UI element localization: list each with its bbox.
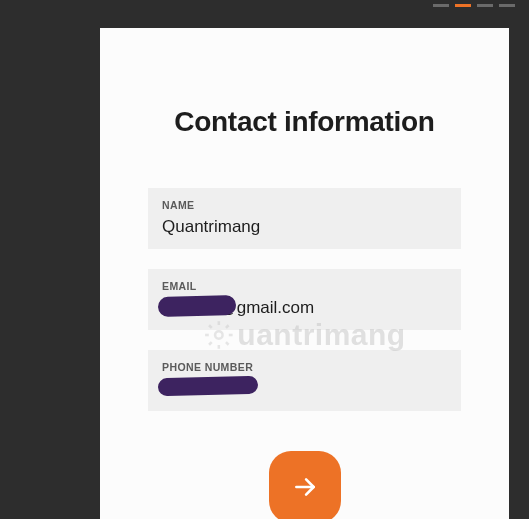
redaction-mark: [158, 376, 258, 397]
phone-field-wrapper[interactable]: PHONE NUMBER xxxxxxxx: [148, 350, 461, 411]
contact-card: Contact information NAME EMAIL xxxxxx4@g…: [100, 28, 509, 519]
contact-form: NAME EMAIL xxxxxx4@gmail.com PHONE NUMBE…: [148, 188, 461, 411]
email-label: EMAIL: [162, 280, 447, 292]
next-button[interactable]: [269, 451, 341, 519]
progress-step-1: [433, 4, 449, 7]
name-field-wrapper[interactable]: NAME: [148, 188, 461, 249]
progress-step-2: [455, 4, 471, 7]
email-input-display[interactable]: xxxxxx4@gmail.com: [162, 298, 447, 318]
progress-step-4: [499, 4, 515, 7]
phone-label: PHONE NUMBER: [162, 361, 447, 373]
progress-indicator: [433, 4, 515, 7]
progress-step-3: [477, 4, 493, 7]
arrow-right-icon: [292, 474, 318, 500]
page-title: Contact information: [148, 106, 461, 138]
redaction-mark: [158, 295, 236, 317]
name-input[interactable]: [162, 217, 447, 237]
email-field-wrapper[interactable]: EMAIL xxxxxx4@gmail.com: [148, 269, 461, 330]
name-label: NAME: [162, 199, 447, 211]
phone-input-display[interactable]: xxxxxxxx: [162, 379, 447, 399]
